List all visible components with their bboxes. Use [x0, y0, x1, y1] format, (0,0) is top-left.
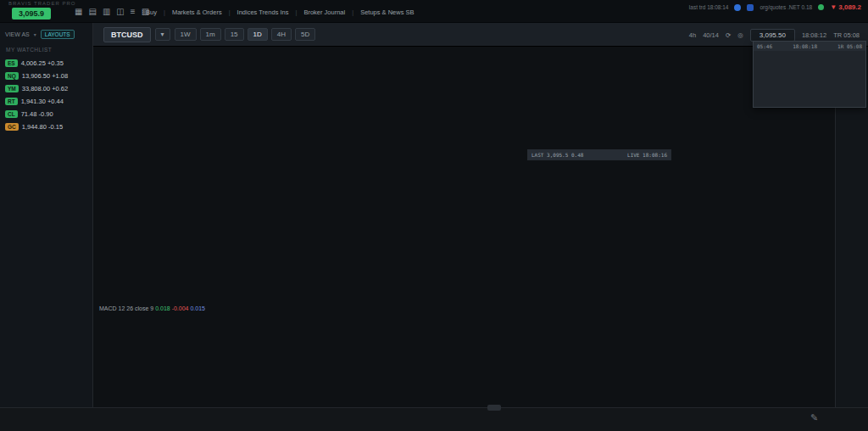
layout-icon-group: ▦▤▥◫≡▧ — [75, 7, 149, 16]
dom-timer: 1R 05:08 — [837, 43, 862, 49]
symbol-button[interactable]: BTCUSD — [103, 27, 151, 42]
top-menu-bar: BRAVIS TRADER PRO 3,095.9 ▦▤▥◫≡▧ Buy|Mar… — [0, 0, 868, 23]
account-icon[interactable] — [747, 4, 754, 11]
timeframe-button[interactable]: 4H — [271, 28, 292, 41]
symbol-badge: YM — [5, 85, 19, 92]
chevron-down-icon[interactable]: ▾ — [34, 31, 36, 37]
symbol-dropdown[interactable]: ▾ — [155, 28, 170, 41]
menu-item[interactable]: Indices Trends Ins — [237, 8, 289, 16]
watchlist-item[interactable]: CL71.48 -0.90 — [5, 108, 87, 120]
menu-item[interactable]: Buy — [146, 8, 157, 16]
menu-item[interactable]: Markets & Orders — [172, 8, 222, 16]
watchlist-item-label: 33,808.00 +0.62 — [22, 85, 68, 92]
dom-title: 05:46 — [757, 43, 772, 49]
brand-label: BRAVIS TRADER PRO — [8, 1, 75, 6]
account-info-list — [5, 133, 87, 145]
chart-toolbar: BTCUSD ▾ 1W1m151D4H5D 4h 40/14 ⟳ ◎ 3,095… — [93, 23, 868, 47]
main-menu: Buy|Markets & Orders|Indices Trends Ins|… — [146, 8, 415, 16]
topbar-right-cluster: last trd 18:08:14 org/quotes .NET 0.18 ▼… — [689, 3, 861, 11]
watchlist-item[interactable]: RT1,941.30 +0.44 — [5, 95, 87, 108]
menu-separator: | — [295, 8, 297, 16]
menu-item[interactable]: Setups & News SB — [360, 8, 414, 16]
timeframe-button[interactable]: 1m — [200, 28, 221, 41]
dom-time: 18:08:18 — [793, 43, 817, 49]
grid-layout-icon[interactable]: ▦ — [75, 7, 82, 16]
time-and-sales-table[interactable]: LAST 3,095.5 0.48 LIVE 18:08:16 — [527, 149, 671, 160]
view-as-label: VIEW AS — [5, 31, 30, 37]
watchlist-section-label: MY WATCHLIST — [6, 47, 87, 53]
timeframe-group: 1W1m151D4H5D — [175, 28, 316, 41]
ratio-label: 40/14 — [703, 31, 719, 39]
watchlist-item[interactable]: YM33,808.00 +0.62 — [5, 82, 87, 95]
draw-tool-icon[interactable]: ✎ — [810, 412, 818, 423]
window-icon[interactable]: ◫ — [116, 7, 124, 16]
watchlist-item[interactable]: NQ13,906.50 +1.08 — [5, 70, 87, 82]
watchlist-item-gold[interactable]: GC1,944.80 -0.15 — [5, 120, 87, 133]
symbol-badge: CL — [5, 110, 18, 118]
layouts-chip[interactable]: LAYOUTS — [41, 30, 75, 39]
menu-separator: | — [352, 8, 353, 16]
left-sidebar: VIEW AS ▾ LAYOUTS MY WATCHLIST ES4,006.2… — [0, 23, 93, 431]
scroll-to-now-button[interactable] — [487, 405, 501, 411]
watchlist-item-label: 1,944.80 -0.15 — [22, 123, 63, 131]
quotes-net-label: org/quotes .NET 0.18 — [760, 4, 812, 10]
timeframe-button[interactable]: 1D — [248, 28, 268, 41]
menu-separator: | — [164, 8, 165, 16]
symbol-badge: ES — [5, 59, 18, 67]
watchlist-item-label: 13,906.50 +1.08 — [22, 72, 68, 80]
watchlist-item[interactable]: ES4,006.25 +0.35 — [5, 57, 87, 70]
symbol-badge: GC — [5, 123, 19, 131]
timeframe-button[interactable]: 5D — [295, 28, 315, 41]
watchlist-item-label: 71.48 -0.90 — [21, 110, 53, 118]
ticker-price-badge: 3,095.9 — [12, 8, 51, 20]
symbol-badge: NQ — [5, 72, 19, 80]
time-axis[interactable] — [0, 407, 868, 431]
account-info-row — [5, 133, 87, 145]
connection-status-icon — [818, 4, 824, 10]
trades-table-header: LAST 3,095.5 0.48 LIVE 18:08:16 — [528, 150, 670, 160]
watchlist-item-label: 1,941.30 +0.44 — [21, 98, 64, 105]
session-label: 4h — [689, 31, 696, 39]
timeframe-button[interactable]: 1W — [175, 28, 197, 41]
main-chart[interactable] — [93, 47, 835, 407]
clock-label: 18:08:12 — [802, 31, 826, 39]
menu-separator: | — [229, 8, 231, 16]
dom-panel[interactable]: 05:46 18:08:18 1R 05:08 — [753, 41, 866, 108]
watchlist: ES4,006.25 +0.35NQ13,906.50 +1.08YM33,80… — [5, 57, 87, 133]
refresh-icon[interactable]: ⟳ — [726, 31, 731, 39]
dom-panel-header: 05:46 18:08:18 1R 05:08 — [754, 42, 865, 51]
rows-layout-icon[interactable]: ▤ — [88, 7, 96, 16]
view-as-row: VIEW AS ▾ LAYOUTS — [5, 30, 87, 39]
timeframe-button[interactable]: 15 — [225, 28, 244, 41]
ticker-change: ▼ 3,089.2 — [830, 3, 861, 11]
menu-item[interactable]: Broker Journal — [303, 8, 345, 16]
last-trade-status: last trd 18:08:14 — [689, 4, 729, 10]
target-icon[interactable]: ◎ — [737, 31, 743, 39]
list-icon[interactable]: ≡ — [131, 7, 136, 16]
timer-label: TR 05:08 — [833, 31, 860, 39]
price-input[interactable]: 3,095.50 — [750, 29, 795, 42]
macd-legend: MACD 12 26 close 9 0.018 -0.004 0.015 — [99, 305, 205, 311]
columns-layout-icon[interactable]: ▥ — [103, 7, 110, 16]
dom-grid — [754, 51, 865, 54]
trading-app-window: BRAVIS TRADER PRO 3,095.9 ▦▤▥◫≡▧ Buy|Mar… — [0, 0, 868, 431]
symbol-badge: RT — [5, 98, 18, 105]
notification-icon[interactable] — [734, 4, 741, 11]
watchlist-item-label: 4,006.25 +0.35 — [21, 59, 64, 67]
